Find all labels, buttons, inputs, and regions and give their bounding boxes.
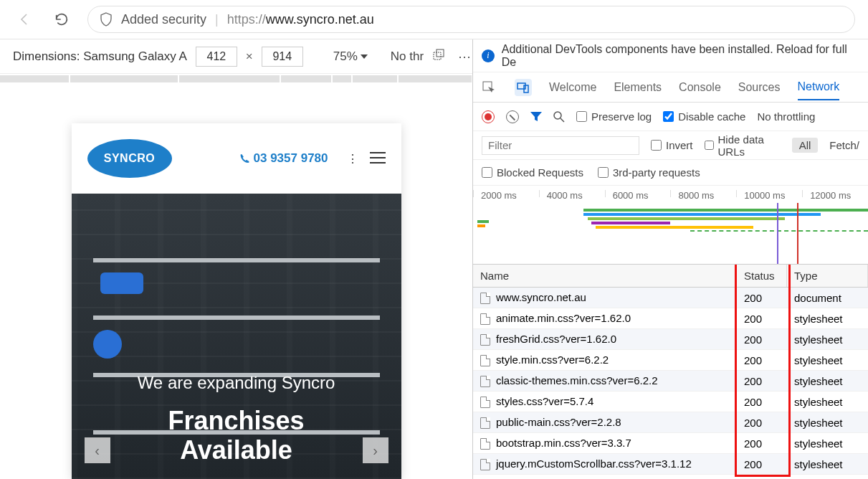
row-type: stylesheet: [787, 375, 868, 387]
col-type[interactable]: Type: [787, 265, 868, 287]
throttle-select[interactable]: No throttling: [757, 110, 815, 123]
overview-tick: 10000 ms: [736, 190, 802, 197]
tab-console[interactable]: Console: [679, 75, 721, 100]
network-toolbar: Preserve log Disable cache No throttling: [473, 103, 868, 131]
separator: |: [215, 12, 219, 27]
height-input[interactable]: [262, 47, 303, 67]
table-row[interactable]: styles.css?ver=5.7.4200stylesheet: [473, 392, 868, 412]
invert-check[interactable]: Invert: [651, 139, 693, 151]
table-row[interactable]: animate.min.css?ver=1.62.0200stylesheet: [473, 308, 868, 329]
ruler: [0, 74, 472, 84]
row-name: styles.css?ver=5.7.4: [496, 395, 593, 407]
carousel-next-button[interactable]: ›: [363, 437, 388, 463]
carousel-prev-button[interactable]: ‹: [85, 437, 110, 463]
file-icon: [480, 397, 490, 408]
col-status[interactable]: Status: [737, 265, 787, 287]
back-button[interactable]: [13, 8, 36, 31]
tab-network[interactable]: Network: [798, 75, 840, 100]
overview-tick: 6000 ms: [605, 190, 671, 197]
table-row[interactable]: public-main.css?ver=2.2.8200stylesheet: [473, 412, 868, 433]
row-name: style.min.css?ver=6.2.2: [496, 354, 609, 366]
filter-fetch[interactable]: Fetch/: [829, 139, 859, 151]
file-icon: [480, 417, 490, 429]
hamburger-icon[interactable]: [370, 152, 386, 166]
third-party-check[interactable]: 3rd-party requests: [598, 166, 700, 179]
row-status: 200: [737, 292, 787, 304]
row-type: stylesheet: [787, 437, 868, 450]
tab-elements[interactable]: Elements: [614, 75, 662, 100]
tab-welcome[interactable]: Welcome: [549, 75, 596, 100]
col-name[interactable]: Name: [473, 265, 737, 287]
throttle-select-trunc[interactable]: No thr: [391, 49, 424, 64]
row-status: 200: [737, 437, 787, 450]
overview-tick: 4000 ms: [539, 190, 605, 197]
table-row[interactable]: style.min.css?ver=6.2.2200stylesheet: [473, 350, 868, 371]
preserve-log-check[interactable]: Preserve log: [576, 110, 652, 123]
table-header[interactable]: Name Status Type: [473, 265, 868, 288]
mobile-viewport: SYNCRO 03 9357 9780 ⋮: [0, 84, 472, 479]
address-bar[interactable]: Added security | https://www.syncro.net.…: [87, 6, 855, 33]
file-icon: [480, 293, 490, 304]
inspect-icon[interactable]: [480, 79, 497, 96]
file-icon: [480, 438, 490, 450]
tab-sources[interactable]: Sources: [738, 75, 781, 100]
kebab-icon[interactable]: ⋮: [347, 152, 358, 166]
site-header: SYNCRO 03 9357 9780 ⋮: [72, 123, 401, 194]
disable-cache-check[interactable]: Disable cache: [663, 110, 745, 123]
filter-input[interactable]: [482, 136, 639, 155]
file-icon: [480, 459, 490, 470]
file-icon: [480, 334, 490, 346]
row-name: freshGrid.css?ver=1.62.0: [496, 333, 616, 345]
table-row[interactable]: classic-themes.min.css?ver=6.2.2200style…: [473, 371, 868, 392]
phone-icon: [239, 153, 249, 163]
row-name: jquery.mCustomScrollbar.css?ver=3.1.12: [496, 457, 692, 470]
row-type: document: [787, 292, 868, 304]
browser-toolbar: Added security | https://www.syncro.net.…: [0, 0, 868, 39]
hide-data-urls-check[interactable]: Hide data URLs: [705, 133, 781, 158]
record-button[interactable]: [482, 110, 495, 123]
search-icon[interactable]: [553, 111, 565, 123]
width-input[interactable]: [196, 47, 237, 67]
svg-rect-0: [434, 52, 441, 60]
device-toggle-icon[interactable]: [515, 79, 532, 96]
device-label[interactable]: Dimensions: Samsung Galaxy A: [13, 49, 187, 64]
multiply-sign: ×: [246, 49, 253, 64]
row-type: stylesheet: [787, 396, 868, 408]
zoom-select[interactable]: 75%: [333, 49, 368, 64]
filter-icon[interactable]: [530, 112, 542, 122]
network-table: Name Status Type www.syncro.net.au200doc…: [473, 265, 868, 479]
table-row[interactable]: freshGrid.css?ver=1.62.0200stylesheet: [473, 329, 868, 350]
clear-button[interactable]: [506, 110, 519, 123]
row-status: 200: [737, 375, 787, 387]
row-name: www.syncro.net.au: [496, 291, 586, 303]
reload-button[interactable]: [50, 8, 73, 31]
more-icon[interactable]: ⋯: [458, 49, 471, 65]
filter-all-pill[interactable]: All: [792, 138, 819, 153]
network-filter-row: Invert Hide data URLs All Fetch/: [473, 131, 868, 160]
row-status: 200: [737, 354, 787, 366]
hero-text: We are expanding Syncro FranchisesAvaila…: [72, 373, 401, 465]
security-label: Added security: [121, 12, 206, 27]
phone-link[interactable]: 03 9357 9780: [239, 151, 328, 166]
device-pane: Dimensions: Samsung Galaxy A × 75% No th…: [0, 39, 473, 479]
overview-tick: 12000 ms: [802, 190, 868, 197]
blocked-requests-check[interactable]: Blocked Requests: [482, 166, 583, 179]
overview-tick: 2000 ms: [473, 190, 539, 197]
row-status: 200: [737, 458, 787, 470]
row-status: 200: [737, 396, 787, 408]
table-row[interactable]: www.syncro.net.au200document: [473, 288, 868, 308]
network-overview[interactable]: 2000 ms4000 ms6000 ms8000 ms10000 ms1200…: [473, 186, 868, 265]
info-icon: i: [482, 49, 495, 62]
syncro-logo[interactable]: SYNCRO: [87, 139, 172, 178]
row-name: bootstrap.min.css?ver=3.3.7: [496, 437, 631, 449]
svg-rect-1: [437, 49, 444, 57]
url-text: https://www.syncro.net.au: [227, 12, 374, 27]
rotate-icon[interactable]: [432, 49, 445, 65]
devtools-pane: i Additional DevTools components have be…: [473, 39, 868, 479]
row-type: stylesheet: [787, 313, 868, 325]
table-row[interactable]: bootstrap.min.css?ver=3.3.7200stylesheet: [473, 433, 868, 454]
row-status: 200: [737, 333, 787, 346]
hero-line2: FranchisesAvailable: [72, 406, 401, 465]
table-row[interactable]: jquery.mCustomScrollbar.css?ver=3.1.1220…: [473, 454, 868, 475]
overview-tick: 8000 ms: [670, 190, 736, 197]
